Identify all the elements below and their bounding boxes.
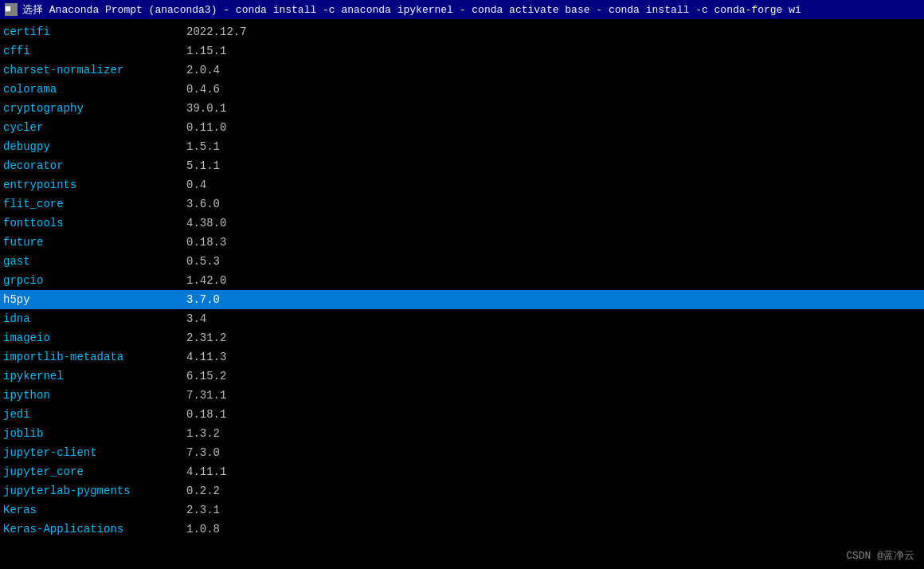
package-version: 2.31.2 bbox=[186, 328, 226, 347]
package-row: certifi2022.12.7 bbox=[0, 22, 924, 41]
package-name: jupyter_core bbox=[3, 462, 186, 481]
package-version: 5.1.1 bbox=[186, 156, 220, 175]
package-list: certifi2022.12.7cffi1.15.1charset-normal… bbox=[0, 22, 924, 539]
package-name: joblib bbox=[3, 424, 186, 443]
package-version: 3.6.0 bbox=[186, 194, 220, 214]
package-row: imageio2.31.2 bbox=[0, 328, 924, 347]
package-row: decorator5.1.1 bbox=[0, 156, 924, 175]
package-row: future0.18.3 bbox=[0, 233, 924, 252]
package-row: colorama0.4.6 bbox=[0, 80, 924, 99]
package-name: colorama bbox=[3, 80, 186, 99]
package-name: ipython bbox=[3, 386, 186, 405]
package-row: jupyter_core4.11.1 bbox=[0, 462, 924, 481]
package-name: jupyter-client bbox=[3, 443, 186, 462]
package-version: 1.0.8 bbox=[186, 520, 220, 539]
package-name: cryptography bbox=[3, 99, 186, 118]
package-row: cffi1.15.1 bbox=[0, 41, 924, 61]
package-name: idna bbox=[3, 309, 186, 328]
package-version: 3.4 bbox=[186, 309, 206, 328]
package-version: 4.38.0 bbox=[186, 214, 226, 233]
package-name: charset-normalizer bbox=[3, 61, 186, 80]
package-row: charset-normalizer2.0.4 bbox=[0, 61, 924, 80]
package-version: 0.4.6 bbox=[186, 80, 220, 99]
package-row: Keras-Applications1.0.8 bbox=[0, 520, 924, 539]
package-name: entrypoints bbox=[3, 175, 186, 194]
package-row: flit_core3.6.0 bbox=[0, 194, 924, 214]
package-name: cffi bbox=[3, 41, 186, 61]
package-name: jupyterlab-pygments bbox=[3, 481, 186, 500]
package-row: idna3.4 bbox=[0, 309, 924, 328]
package-version: 0.18.1 bbox=[186, 405, 226, 424]
package-row: fonttools4.38.0 bbox=[0, 214, 924, 233]
package-name: h5py bbox=[3, 290, 186, 309]
package-version: 0.2.2 bbox=[186, 481, 220, 500]
package-row: Keras2.3.1 bbox=[0, 500, 924, 520]
package-row: grpcio1.42.0 bbox=[0, 271, 924, 290]
package-version: 2.0.4 bbox=[186, 61, 220, 80]
package-row: jedi0.18.1 bbox=[0, 405, 924, 424]
package-row: h5py3.7.0 bbox=[0, 290, 924, 309]
package-version: 7.3.0 bbox=[186, 443, 220, 462]
package-row: jupyterlab-pygments0.2.2 bbox=[0, 481, 924, 500]
package-version: 1.42.0 bbox=[186, 271, 226, 290]
package-name: certifi bbox=[3, 22, 186, 41]
package-name: fonttools bbox=[3, 214, 186, 233]
package-name: future bbox=[3, 233, 186, 252]
package-row: ipykernel6.15.2 bbox=[0, 367, 924, 386]
package-version: 39.0.1 bbox=[186, 99, 226, 118]
package-name: importlib-metadata bbox=[3, 347, 186, 367]
package-name: Keras-Applications bbox=[3, 520, 186, 539]
package-row: gast0.5.3 bbox=[0, 252, 924, 271]
title-bar: ■ 选择 Anaconda Prompt (anaconda3) - conda… bbox=[0, 0, 924, 19]
package-version: 4.11.3 bbox=[186, 347, 226, 367]
package-row: debugpy1.5.1 bbox=[0, 137, 924, 156]
package-row: jupyter-client7.3.0 bbox=[0, 443, 924, 462]
package-version: 4.11.1 bbox=[186, 462, 226, 481]
package-version: 3.7.0 bbox=[186, 290, 220, 309]
package-name: ipykernel bbox=[3, 367, 186, 386]
package-version: 2022.12.7 bbox=[186, 22, 247, 41]
watermark: CSDN @蓝净云 bbox=[846, 548, 914, 563]
package-name: gast bbox=[3, 252, 186, 271]
package-name: cycler bbox=[3, 118, 186, 137]
package-version: 0.11.0 bbox=[186, 118, 226, 137]
package-version: 1.5.1 bbox=[186, 137, 220, 156]
package-name: grpcio bbox=[3, 271, 186, 290]
title-bar-text: 选择 Anaconda Prompt (anaconda3) - conda i… bbox=[22, 2, 801, 17]
package-version: 2.3.1 bbox=[186, 500, 220, 520]
package-name: imageio bbox=[3, 328, 186, 347]
package-version: 1.15.1 bbox=[186, 41, 226, 61]
package-version: 0.4 bbox=[186, 175, 206, 194]
package-name: Keras bbox=[3, 500, 186, 520]
package-version: 0.18.3 bbox=[186, 233, 226, 252]
package-row: joblib1.3.2 bbox=[0, 424, 924, 443]
package-name: jedi bbox=[3, 405, 186, 424]
terminal-content: certifi2022.12.7cffi1.15.1charset-normal… bbox=[0, 19, 924, 569]
package-version: 6.15.2 bbox=[186, 367, 226, 386]
package-row: cycler0.11.0 bbox=[0, 118, 924, 137]
package-name: decorator bbox=[3, 156, 186, 175]
package-name: debugpy bbox=[3, 137, 186, 156]
package-version: 0.5.3 bbox=[186, 252, 220, 271]
package-row: cryptography39.0.1 bbox=[0, 99, 924, 118]
package-row: importlib-metadata4.11.3 bbox=[0, 347, 924, 367]
package-version: 7.31.1 bbox=[186, 386, 226, 405]
package-name: flit_core bbox=[3, 194, 186, 214]
terminal-icon: ■ bbox=[5, 3, 18, 16]
package-row: entrypoints0.4 bbox=[0, 175, 924, 194]
package-version: 1.3.2 bbox=[186, 424, 220, 443]
package-row: ipython7.31.1 bbox=[0, 386, 924, 405]
